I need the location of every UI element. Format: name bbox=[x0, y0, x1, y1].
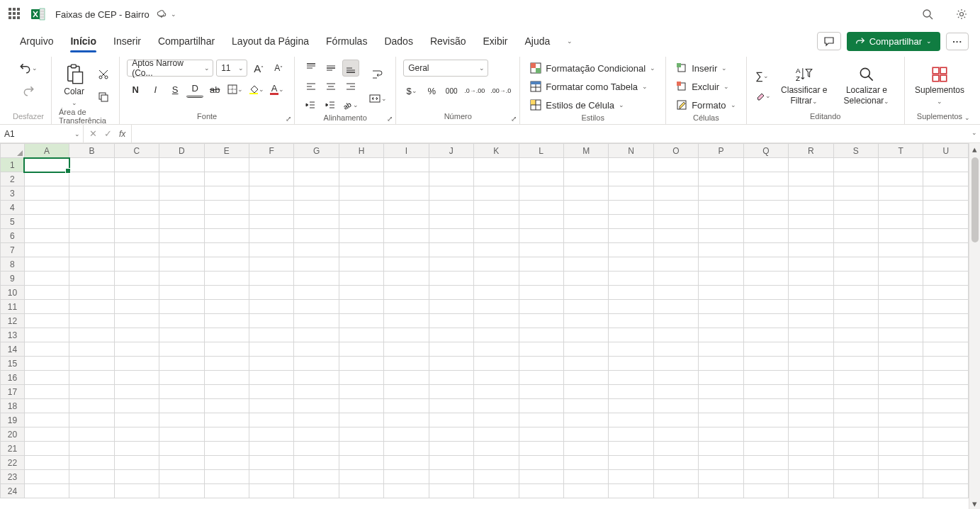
cell[interactable] bbox=[743, 186, 788, 201]
cell[interactable] bbox=[833, 399, 878, 413]
cell[interactable] bbox=[24, 413, 69, 427]
cell[interactable] bbox=[519, 172, 563, 186]
cell[interactable] bbox=[339, 158, 383, 172]
row-header[interactable]: 19 bbox=[1, 413, 25, 427]
cell[interactable] bbox=[69, 342, 114, 357]
font-name-dropdown[interactable]: Aptos Narrow (Co...⌄ bbox=[127, 60, 213, 77]
cell[interactable] bbox=[563, 413, 608, 427]
cell[interactable] bbox=[879, 456, 923, 470]
cell[interactable] bbox=[24, 257, 69, 272]
cell[interactable] bbox=[879, 286, 923, 300]
cell[interactable] bbox=[699, 484, 743, 498]
cell[interactable] bbox=[204, 342, 249, 357]
cell[interactable] bbox=[653, 272, 698, 286]
cell[interactable] bbox=[653, 201, 698, 215]
insert-cells-button[interactable]: Inserir⌄ bbox=[673, 60, 730, 77]
cell[interactable] bbox=[69, 413, 114, 427]
cell[interactable] bbox=[429, 272, 473, 286]
select-all-corner[interactable] bbox=[1, 144, 25, 158]
cell[interactable] bbox=[159, 442, 204, 456]
fill-color-button[interactable]: ⌄ bbox=[247, 81, 266, 98]
cell[interactable] bbox=[24, 399, 69, 413]
row-header[interactable]: 14 bbox=[1, 342, 25, 357]
cell[interactable] bbox=[699, 399, 743, 413]
cell[interactable] bbox=[114, 470, 159, 484]
cell[interactable] bbox=[429, 229, 473, 243]
cell[interactable] bbox=[789, 201, 833, 215]
conditional-formatting-button[interactable]: Formatação Condicional⌄ bbox=[527, 60, 658, 77]
cell[interactable] bbox=[519, 158, 563, 172]
cell[interactable] bbox=[24, 186, 69, 201]
cell[interactable] bbox=[474, 385, 519, 399]
cell[interactable] bbox=[249, 385, 293, 399]
menu-tab-fórmulas[interactable]: Fórmulas bbox=[317, 30, 376, 52]
cell[interactable] bbox=[204, 357, 249, 371]
column-header[interactable]: E bbox=[204, 144, 249, 158]
cell[interactable] bbox=[699, 186, 743, 201]
cell[interactable] bbox=[609, 158, 653, 172]
cell[interactable] bbox=[339, 186, 383, 201]
cell[interactable] bbox=[384, 399, 429, 413]
column-header[interactable]: J bbox=[429, 144, 473, 158]
cell[interactable] bbox=[114, 201, 159, 215]
cell[interactable] bbox=[294, 442, 339, 456]
cell[interactable] bbox=[743, 328, 788, 342]
cell[interactable] bbox=[114, 427, 159, 442]
cell[interactable] bbox=[69, 286, 114, 300]
cell[interactable] bbox=[339, 385, 383, 399]
cell[interactable] bbox=[429, 172, 473, 186]
cell[interactable] bbox=[653, 470, 698, 484]
cell[interactable] bbox=[159, 342, 204, 357]
cell[interactable] bbox=[743, 385, 788, 399]
cell[interactable] bbox=[429, 456, 473, 470]
cell[interactable] bbox=[743, 357, 788, 371]
cell[interactable] bbox=[249, 172, 293, 186]
cell[interactable] bbox=[474, 328, 519, 342]
column-header[interactable]: U bbox=[923, 144, 969, 158]
cell[interactable] bbox=[159, 385, 204, 399]
merge-cells-button[interactable]: ⌄ bbox=[367, 90, 388, 107]
more-options-button[interactable]: ··· bbox=[946, 33, 969, 50]
cell[interactable] bbox=[384, 243, 429, 257]
cell[interactable] bbox=[879, 314, 923, 328]
cell[interactable] bbox=[699, 257, 743, 272]
cell[interactable] bbox=[339, 371, 383, 385]
row-header[interactable]: 9 bbox=[1, 272, 25, 286]
undo-button[interactable]: ⌄ bbox=[18, 60, 39, 77]
percent-format-button[interactable]: % bbox=[423, 82, 440, 99]
cell[interactable] bbox=[474, 201, 519, 215]
cell[interactable] bbox=[653, 328, 698, 342]
cell[interactable] bbox=[339, 257, 383, 272]
cell[interactable] bbox=[653, 371, 698, 385]
cell[interactable] bbox=[114, 484, 159, 498]
cell[interactable] bbox=[699, 328, 743, 342]
cell[interactable] bbox=[339, 456, 383, 470]
cell[interactable] bbox=[159, 286, 204, 300]
cell[interactable] bbox=[833, 158, 878, 172]
sort-filter-button[interactable]: AZ Classificar e Filtrar⌄ bbox=[778, 64, 830, 107]
cell[interactable] bbox=[114, 257, 159, 272]
cell[interactable] bbox=[474, 470, 519, 484]
cell[interactable] bbox=[159, 470, 204, 484]
cell[interactable] bbox=[519, 342, 563, 357]
cell[interactable] bbox=[294, 229, 339, 243]
cell[interactable] bbox=[294, 385, 339, 399]
app-launcher-icon[interactable] bbox=[9, 8, 21, 21]
cell[interactable] bbox=[204, 201, 249, 215]
cell[interactable] bbox=[69, 427, 114, 442]
cell[interactable] bbox=[789, 456, 833, 470]
cell[interactable] bbox=[294, 484, 339, 498]
cell[interactable] bbox=[249, 229, 293, 243]
cell[interactable] bbox=[923, 172, 969, 186]
row-header[interactable]: 1 bbox=[1, 158, 25, 172]
decrease-decimal-button[interactable]: .00→.0 bbox=[489, 82, 512, 99]
underline-button[interactable]: S bbox=[167, 81, 184, 98]
cell[interactable] bbox=[833, 172, 878, 186]
cell[interactable] bbox=[609, 357, 653, 371]
cell[interactable] bbox=[69, 215, 114, 229]
cell[interactable] bbox=[339, 442, 383, 456]
cell[interactable] bbox=[653, 484, 698, 498]
cell[interactable] bbox=[114, 328, 159, 342]
cell[interactable] bbox=[789, 470, 833, 484]
cell[interactable] bbox=[789, 257, 833, 272]
